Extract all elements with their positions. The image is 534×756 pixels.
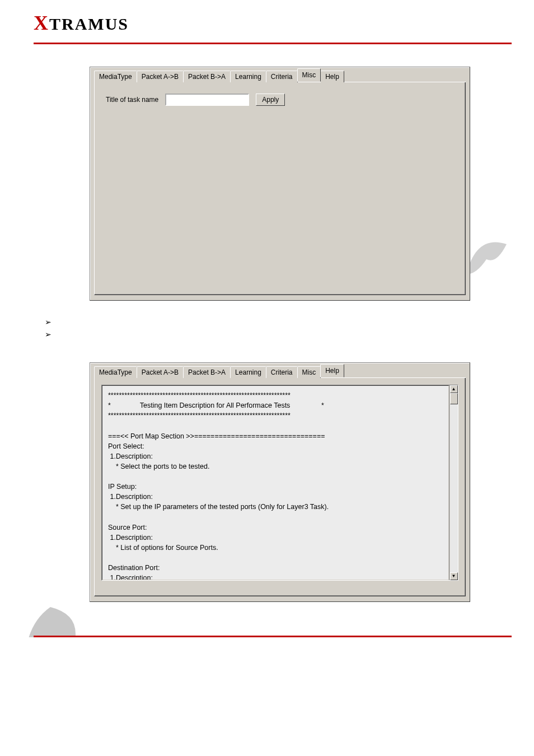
tab-packet-a-b[interactable]: Packet A->B — [137, 71, 184, 82]
scroll-track[interactable] — [450, 393, 458, 572]
config-window-help: MediaType Packet A->B Packet B->A Learni… — [90, 362, 470, 602]
watermark-deco-3 — [22, 604, 84, 637]
content-area: MediaType Packet A->B Packet B->A Learni… — [0, 44, 534, 602]
bullet-1: ➢ — [45, 318, 534, 326]
brand-rest: TRAMUS — [49, 15, 129, 33]
config-window-misc: MediaType Packet A->B Packet B->A Learni… — [90, 67, 470, 301]
tab-body-misc: Title of task name Apply — [94, 82, 466, 295]
help-text-content: ****************************************… — [102, 385, 449, 580]
tab2-packet-b-a[interactable]: Packet B->A — [183, 366, 231, 378]
tab-help[interactable]: Help — [320, 71, 344, 82]
tab-mediatype[interactable]: MediaType — [94, 71, 137, 82]
page-header: XTRAMUS — [0, 0, 534, 39]
tab-packet-b-a[interactable]: Packet B->A — [183, 71, 231, 82]
tab-misc[interactable]: Misc — [297, 68, 321, 82]
brand-logo: XTRAMUS — [34, 15, 129, 33]
help-scrollbar[interactable]: ▲ ▼ — [449, 385, 458, 580]
tab2-help[interactable]: Help — [320, 364, 344, 377]
brand-x: X — [34, 12, 49, 34]
tab2-packet-a-b[interactable]: Packet A->B — [137, 366, 184, 378]
title-label: Title of task name — [106, 96, 158, 104]
bullet-2: ➢ — [45, 330, 534, 339]
scroll-up-icon[interactable]: ▲ — [450, 385, 458, 393]
tab-learning[interactable]: Learning — [230, 71, 266, 82]
help-textarea[interactable]: ****************************************… — [101, 385, 458, 581]
tab-body-help: ****************************************… — [94, 378, 466, 596]
tabstrip-2: MediaType Packet A->B Packet B->A Learni… — [94, 366, 466, 378]
tabstrip-1: MediaType Packet A->B Packet B->A Learni… — [94, 70, 466, 82]
bullet-list: ➢ ➢ — [45, 318, 534, 351]
scroll-down-icon[interactable]: ▼ — [450, 572, 458, 580]
tab2-learning[interactable]: Learning — [230, 366, 266, 378]
tab-criteria[interactable]: Criteria — [266, 71, 298, 82]
apply-button[interactable]: Apply — [256, 94, 285, 106]
title-input[interactable] — [165, 94, 249, 106]
tab2-mediatype[interactable]: MediaType — [94, 366, 137, 378]
tab2-misc[interactable]: Misc — [297, 366, 321, 378]
tab2-criteria[interactable]: Criteria — [266, 366, 298, 378]
scroll-thumb[interactable] — [450, 393, 458, 404]
title-row: Title of task name Apply — [106, 94, 454, 106]
footer-divider — [34, 636, 512, 637]
